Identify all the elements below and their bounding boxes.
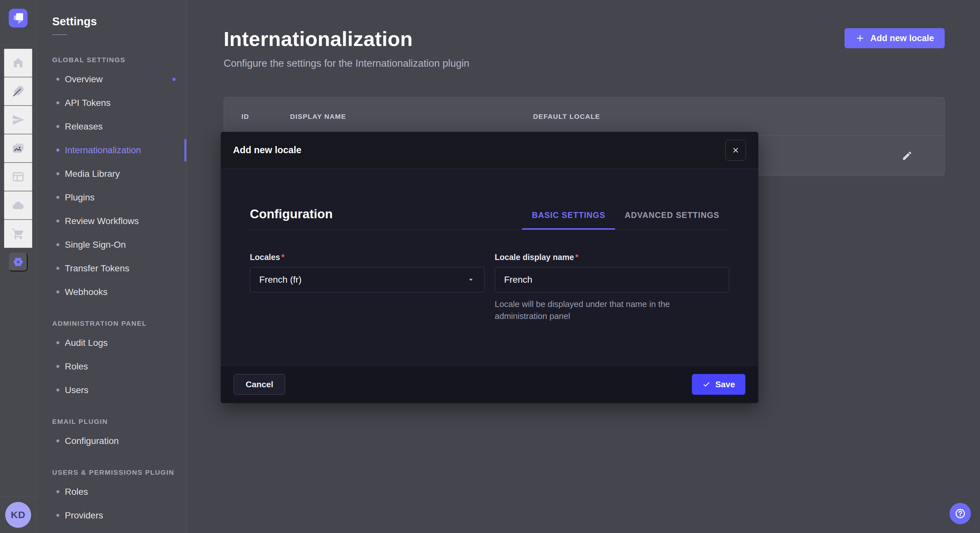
- bullet-icon: [56, 219, 59, 222]
- bullet-icon: [56, 439, 59, 443]
- bullet-icon: [56, 125, 59, 128]
- sidebar-item-review-workflows[interactable]: Review Workflows: [37, 209, 186, 233]
- section-global-settings: GLOBAL SETTINGS Overview API Tokens Rele…: [37, 55, 186, 304]
- bullet-icon: [56, 490, 59, 493]
- help-icon: [955, 508, 966, 519]
- section-email-plugin: EMAIL PLUGIN Configuration: [37, 417, 186, 453]
- bullet-icon: [56, 514, 59, 517]
- pencil-icon: [902, 150, 913, 161]
- section-label: ADMINISTRATION PANEL: [37, 319, 186, 328]
- section-administration-panel: ADMINISTRATION PANEL Audit Logs Roles Us…: [37, 319, 186, 402]
- section-label: GLOBAL SETTINGS: [37, 55, 186, 65]
- bullet-icon: [56, 196, 59, 199]
- display-name-label: Locale display name*: [495, 252, 730, 262]
- settings-tabs: BASIC SETTINGS ADVANCED SETTINGS: [522, 211, 729, 230]
- modal-header: Add new locale: [221, 132, 758, 169]
- title-divider: [52, 34, 67, 35]
- strapi-logo[interactable]: [9, 9, 27, 27]
- tab-advanced-settings[interactable]: ADVANCED SETTINGS: [615, 211, 729, 230]
- display-name-hint: Locale will be displayed under that name…: [495, 298, 722, 322]
- bullet-icon: [56, 243, 59, 246]
- content-manager-icon[interactable]: [4, 77, 32, 106]
- cancel-button[interactable]: Cancel: [234, 374, 285, 395]
- sidebar-item-transfer-tokens[interactable]: Transfer Tokens: [37, 257, 186, 280]
- notification-dot: [172, 78, 176, 81]
- modal-footer: Cancel Save: [221, 365, 758, 403]
- home-icon[interactable]: [4, 49, 32, 77]
- bullet-icon: [56, 102, 59, 104]
- bullet-icon: [56, 267, 59, 270]
- media-library-icon[interactable]: [4, 134, 32, 163]
- page-title: Internationalization: [224, 27, 469, 51]
- sidebar-item-single-sign-on[interactable]: Single Sign-On: [37, 233, 186, 257]
- bullet-icon: [56, 78, 59, 81]
- configuration-header: Configuration BASIC SETTINGS ADVANCED SE…: [250, 207, 729, 230]
- cloud-icon[interactable]: [4, 191, 32, 219]
- sidebar-item-admin-users[interactable]: Users: [37, 378, 186, 402]
- sidebar-item-admin-roles[interactable]: Roles: [37, 355, 186, 378]
- column-header-default-locale: DEFAULT LOCALE: [533, 113, 927, 121]
- bullet-icon: [56, 365, 59, 368]
- save-button[interactable]: Save: [692, 374, 745, 395]
- locale-form: Locales* French (fr) Locale display name…: [250, 252, 729, 322]
- user-avatar[interactable]: KD: [5, 502, 31, 528]
- display-name-input[interactable]: [495, 267, 730, 292]
- plus-icon: [855, 33, 865, 43]
- section-label: USERS & PERMISSIONS PLUGIN: [37, 468, 186, 477]
- sidebar-item-releases[interactable]: Releases: [37, 115, 186, 138]
- modal-title: Add new locale: [233, 145, 301, 155]
- settings-sidebar: Settings GLOBAL SETTINGS Overview API To…: [37, 0, 187, 533]
- close-button[interactable]: [725, 140, 746, 160]
- bullet-icon: [56, 389, 59, 392]
- bullet-icon: [56, 341, 59, 344]
- edit-locale-button[interactable]: [902, 150, 913, 161]
- locales-select[interactable]: French (fr): [250, 267, 485, 292]
- sidebar-item-audit-logs[interactable]: Audit Logs: [37, 331, 186, 355]
- content-type-builder-icon[interactable]: [4, 163, 32, 191]
- chevron-down-icon: [467, 276, 475, 284]
- marketplace-icon[interactable]: [4, 219, 32, 248]
- active-indicator: [185, 139, 187, 162]
- table-header-row: ID DISPLAY NAME DEFAULT LOCALE: [224, 97, 944, 136]
- add-locale-modal: Add new locale Configuration BASIC SETTI…: [221, 132, 758, 403]
- sidebar-item-media-library[interactable]: Media Library: [37, 162, 186, 186]
- required-asterisk: *: [575, 252, 579, 262]
- sidebar-item-email-configuration[interactable]: Configuration: [37, 429, 186, 453]
- sidebar-item-up-providers[interactable]: Providers: [37, 503, 186, 527]
- settings-icon[interactable]: [9, 252, 27, 271]
- page-subtitle: Configure the settings for the Internati…: [224, 58, 469, 69]
- page-header: Internationalization Configure the setti…: [224, 27, 945, 69]
- sidebar-item-overview[interactable]: Overview: [37, 67, 186, 91]
- sidebar-title: Settings: [37, 15, 186, 28]
- close-icon: [732, 146, 740, 154]
- required-asterisk: *: [281, 252, 285, 262]
- configuration-title: Configuration: [250, 207, 333, 230]
- sidebar-item-up-roles[interactable]: Roles: [37, 480, 186, 503]
- sidebar-item-plugins[interactable]: Plugins: [37, 186, 186, 209]
- sidebar-item-webhooks[interactable]: Webhooks: [37, 280, 186, 304]
- bullet-icon: [56, 290, 59, 293]
- help-button[interactable]: [950, 503, 971, 524]
- locales-label: Locales*: [250, 252, 485, 262]
- check-icon: [702, 380, 711, 389]
- main-nav-rail: KD: [0, 0, 37, 533]
- bullet-icon: [56, 149, 59, 152]
- releases-icon[interactable]: [4, 106, 32, 134]
- tab-basic-settings[interactable]: BASIC SETTINGS: [522, 211, 615, 230]
- add-new-locale-button[interactable]: Add new locale: [845, 28, 945, 48]
- column-header-id: ID: [242, 113, 290, 121]
- section-users-permissions-plugin: USERS & PERMISSIONS PLUGIN Roles Provide…: [37, 468, 186, 527]
- modal-body: Configuration BASIC SETTINGS ADVANCED SE…: [221, 207, 758, 322]
- section-label: EMAIL PLUGIN: [37, 417, 186, 427]
- column-header-display-name: DISPLAY NAME: [290, 113, 533, 121]
- bullet-icon: [56, 172, 59, 175]
- sidebar-item-internationalization[interactable]: Internationalization: [37, 138, 186, 162]
- sidebar-item-api-tokens[interactable]: API Tokens: [37, 91, 186, 115]
